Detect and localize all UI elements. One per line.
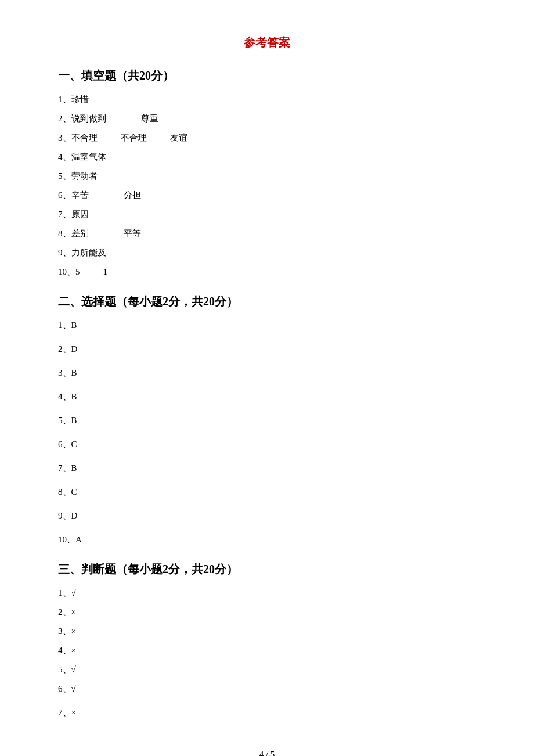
list-item: 3、B xyxy=(58,365,476,381)
list-item: 6、√ xyxy=(58,681,476,697)
list-item: 10、51 xyxy=(58,264,476,280)
list-item: 3、× xyxy=(58,624,476,639)
list-item: 1、B xyxy=(58,318,476,333)
page-title: 参考答案 xyxy=(58,35,476,51)
section2-heading: 二、选择题（每小题2分，共20分） xyxy=(58,294,476,309)
list-item: 8、差别平等 xyxy=(58,226,476,242)
list-item: 5、√ xyxy=(58,662,476,678)
list-item: 9、D xyxy=(58,508,476,524)
section3-heading: 三、判断题（每小题2分，共20分） xyxy=(58,561,476,577)
list-item: 1、珍惜 xyxy=(58,92,476,107)
list-item: 5、劳动者 xyxy=(58,168,476,184)
list-item: 6、辛苦分担 xyxy=(58,188,476,203)
list-item: 4、× xyxy=(58,643,476,658)
section1-heading: 一、填空题（共20分） xyxy=(58,68,476,84)
list-item: 7、× xyxy=(58,705,476,721)
page-footer: 4 / 5 xyxy=(58,750,476,756)
section2-answers: 1、B 2、D 3、B 4、B 5、B 6、C 7、B 8、C 9、D 10、A xyxy=(58,318,476,548)
section3-answers: 1、√ 2、× 3、× 4、× 5、√ 6、√ 7、× xyxy=(58,585,476,721)
list-item: 5、B xyxy=(58,413,476,429)
list-item: 1、√ xyxy=(58,585,476,601)
list-item: 3、不合理不合理友谊 xyxy=(58,130,476,146)
list-item: 8、C xyxy=(58,484,476,500)
list-item: 2、说到做到尊重 xyxy=(58,111,476,127)
list-item: 6、C xyxy=(58,437,476,452)
list-item: 9、力所能及 xyxy=(58,245,476,261)
list-item: 2、D xyxy=(58,341,476,357)
section1-answers: 1、珍惜 2、说到做到尊重 3、不合理不合理友谊 4、温室气体 5、劳动者 6、… xyxy=(58,92,476,280)
list-item: 4、B xyxy=(58,389,476,405)
list-item: 2、× xyxy=(58,604,476,620)
list-item: 4、温室气体 xyxy=(58,149,476,165)
list-item: 10、A xyxy=(58,532,476,548)
list-item: 7、原因 xyxy=(58,207,476,222)
list-item: 7、B xyxy=(58,460,476,476)
